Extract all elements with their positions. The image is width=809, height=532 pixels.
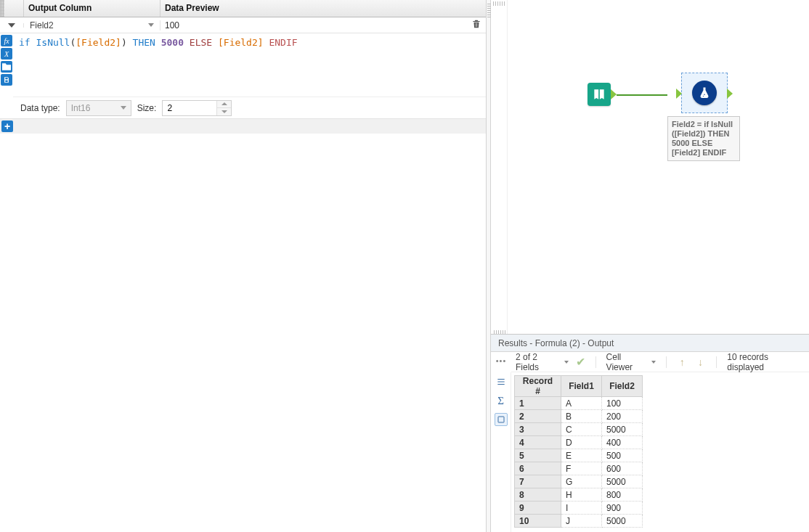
cell-field2: 5000 bbox=[602, 423, 643, 436]
size-field[interactable] bbox=[163, 101, 216, 115]
formula-tool-frame bbox=[681, 73, 728, 113]
table-row[interactable]: 6F600 bbox=[515, 462, 643, 475]
fields-summary-dropdown[interactable]: 2 of 2 Fields bbox=[516, 352, 569, 372]
cell-field2: 5000 bbox=[602, 515, 643, 528]
expand-col-header bbox=[0, 0, 24, 17]
folder-button[interactable] bbox=[1, 61, 12, 73]
size-step-down[interactable] bbox=[217, 108, 231, 115]
formula-tool-node[interactable]: Field2 = if IsNull ([Field2]) THEN 5000 … bbox=[667, 73, 741, 161]
formula-tool-icon bbox=[692, 81, 717, 105]
output-column-header: Output Column bbox=[24, 0, 160, 17]
input-anchor[interactable] bbox=[676, 89, 682, 99]
data-type-label: Data type: bbox=[20, 103, 60, 113]
cell-field1: G bbox=[561, 475, 602, 488]
vertical-splitter[interactable] bbox=[486, 0, 491, 532]
output-column-value: Field2 bbox=[27, 20, 148, 30]
cell-recno: 7 bbox=[515, 475, 561, 488]
output-column-select[interactable]: Field2 bbox=[24, 20, 160, 30]
table-row[interactable]: 9I900 bbox=[515, 502, 643, 515]
svg-point-4 bbox=[703, 96, 704, 97]
formula-caption: Field2 = if IsNull ([Field2]) THEN 5000 … bbox=[667, 116, 740, 161]
nav-down-icon[interactable]: ↓ bbox=[695, 356, 706, 368]
cell-recno: 3 bbox=[515, 423, 561, 436]
cell-field1: H bbox=[561, 488, 602, 502]
table-header-row: Record # Field1 Field2 bbox=[515, 376, 643, 397]
cell-field2: 100 bbox=[602, 397, 643, 410]
table-row[interactable]: 1A100 bbox=[515, 397, 643, 410]
col-field1[interactable]: Field1 bbox=[561, 376, 602, 397]
table-row[interactable]: 4D400 bbox=[515, 436, 643, 449]
add-row-bar: + bbox=[0, 119, 490, 134]
list-view-icon[interactable] bbox=[495, 375, 508, 388]
results-title-bar: Results - Formula (2) - Output bbox=[491, 335, 809, 352]
add-expression-button[interactable]: + bbox=[1, 120, 13, 132]
data-preview-value: 100 bbox=[165, 20, 179, 30]
col-recno[interactable]: Record # bbox=[515, 376, 561, 397]
canvas-gutter[interactable] bbox=[491, 0, 508, 334]
table-row[interactable]: 3C5000 bbox=[515, 423, 643, 436]
cell-field1: F bbox=[561, 462, 602, 475]
records-displayed-label: 10 records displayed bbox=[727, 352, 805, 372]
config-panel: Output Column Data Preview Field2 100 fx… bbox=[0, 0, 491, 532]
cell-field1: A bbox=[561, 397, 602, 410]
input-tool-node[interactable] bbox=[588, 83, 611, 106]
size-label: Size: bbox=[137, 103, 157, 113]
cell-recno: 2 bbox=[515, 410, 561, 423]
cell-field1: E bbox=[561, 449, 602, 462]
cell-field2: 800 bbox=[602, 488, 643, 502]
workflow-canvas[interactable]: Field2 = if IsNull ([Field2]) THEN 5000 … bbox=[508, 0, 809, 334]
fx-button[interactable]: fx bbox=[1, 35, 12, 46]
cell-field2: 5000 bbox=[602, 475, 643, 488]
right-panel: Field2 = if IsNull ([Field2]) THEN 5000 … bbox=[491, 0, 809, 532]
results-table[interactable]: Record # Field1 Field2 1A1002B2003C50004… bbox=[514, 375, 643, 528]
cell-field2: 900 bbox=[602, 502, 643, 515]
preview-view-icon[interactable] bbox=[495, 413, 508, 426]
cell-recno: 10 bbox=[515, 515, 561, 528]
cell-recno: 9 bbox=[515, 502, 561, 515]
table-row[interactable]: 7G5000 bbox=[515, 475, 643, 488]
check-icon[interactable]: ✔ bbox=[576, 356, 585, 368]
cell-recno: 5 bbox=[515, 449, 561, 462]
separator bbox=[595, 356, 596, 368]
cell-field1: C bbox=[561, 423, 602, 436]
table-row[interactable]: 5E500 bbox=[515, 449, 643, 462]
delete-icon[interactable] bbox=[471, 19, 481, 31]
cell-field2: 600 bbox=[602, 462, 643, 475]
variables-button[interactable]: X bbox=[1, 48, 12, 60]
separator bbox=[716, 356, 717, 368]
results-title: Results - Formula (2) - Output bbox=[498, 338, 614, 348]
table-row[interactable]: 8H800 bbox=[515, 488, 643, 502]
table-row[interactable]: 10J5000 bbox=[515, 515, 643, 528]
expression-toolbar: fx X bbox=[0, 33, 13, 118]
size-step-up[interactable] bbox=[217, 101, 231, 109]
size-input[interactable] bbox=[162, 100, 232, 116]
results-toolbar: 2 of 2 Fields ✔ Cell Viewer ↑ ↓ 10 recor… bbox=[511, 352, 809, 372]
output-anchor[interactable] bbox=[611, 89, 617, 99]
summary-view-icon[interactable]: Σ bbox=[495, 394, 508, 407]
type-row: Data type: Int16 Size: bbox=[13, 97, 490, 118]
save-button[interactable] bbox=[1, 74, 12, 86]
svg-point-0 bbox=[595, 91, 596, 92]
menu-icon[interactable]: ••• bbox=[496, 356, 507, 365]
cell-field2: 200 bbox=[602, 410, 643, 423]
results-table-wrap: Record # Field1 Field2 1A1002B2003C50004… bbox=[511, 372, 643, 532]
cell-recno: 6 bbox=[515, 462, 561, 475]
collapse-toggle-icon[interactable] bbox=[8, 23, 15, 28]
nav-up-icon[interactable]: ↑ bbox=[676, 356, 687, 368]
table-row[interactable]: 2B200 bbox=[515, 410, 643, 423]
svg-point-1 bbox=[595, 94, 596, 94]
cell-viewer-dropdown[interactable]: Cell Viewer bbox=[606, 352, 656, 372]
cell-recno: 1 bbox=[515, 397, 561, 410]
chevron-down-icon bbox=[564, 361, 569, 364]
connection-line[interactable] bbox=[617, 94, 667, 96]
chevron-down-icon bbox=[148, 23, 154, 27]
col-field2[interactable]: Field2 bbox=[602, 376, 643, 397]
output-anchor[interactable] bbox=[727, 89, 733, 99]
cell-field1: J bbox=[561, 515, 602, 528]
data-preview-header: Data Preview bbox=[160, 0, 490, 17]
config-header: Output Column Data Preview bbox=[0, 0, 490, 17]
data-type-select[interactable]: Int16 bbox=[66, 100, 131, 116]
cell-field1: B bbox=[561, 410, 602, 423]
cell-field1: D bbox=[561, 436, 602, 449]
cell-recno: 4 bbox=[515, 436, 561, 449]
